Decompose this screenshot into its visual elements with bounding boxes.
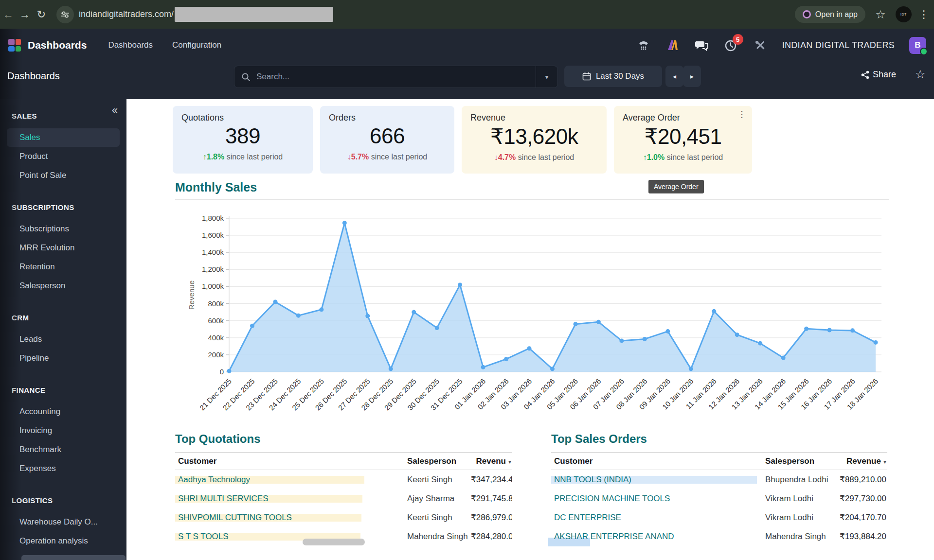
open-in-app-label: Open in app <box>815 10 858 19</box>
phone-icon[interactable] <box>636 38 651 52</box>
customer-link[interactable]: SHRI MULTI SERVICES <box>178 494 268 503</box>
svg-text:1,600k: 1,600k <box>202 231 224 239</box>
sidebar-item-subscriptions[interactable]: Subscriptions <box>19 224 69 234</box>
prev-period-button[interactable]: ◂ <box>665 66 683 87</box>
chat-icon[interactable] <box>695 38 709 52</box>
average-order-tooltip: Average Order <box>648 180 704 193</box>
trend-suffix: since last period <box>224 153 283 161</box>
menu-configuration[interactable]: Configuration <box>172 40 221 50</box>
kpi-value: 389 <box>181 124 304 148</box>
avatar-initial: B <box>915 40 920 50</box>
share-button[interactable]: Share <box>861 70 896 80</box>
table-header-row: CustomerSalespersonRevenu▾ <box>175 453 512 470</box>
address-bar-url[interactable]: indiandigitaltraders.com/ <box>79 9 174 19</box>
app-title[interactable]: Dashboards <box>28 39 87 51</box>
customer-cell: S T S TOOLS <box>175 532 404 542</box>
page-title: Dashboards <box>7 70 60 82</box>
table-row[interactable]: DC ENTERPRISEVikram Lodhi₹204,170.70 <box>551 508 887 527</box>
browser-reload-icon[interactable]: ↻ <box>33 8 50 21</box>
sidebar-collapse-icon[interactable]: « <box>112 104 118 117</box>
kpi-card-quotations[interactable]: Quotations389↑1.8% since last period <box>173 106 313 174</box>
customer-link[interactable]: PRECISION MACHINE TOOLS <box>554 494 670 503</box>
salesperson-cell: Mahendra Singh <box>762 532 834 542</box>
bookmark-star-icon[interactable]: ☆ <box>872 8 889 21</box>
column-header-customer[interactable]: Customer <box>551 456 762 466</box>
sidebar-item-salesperson[interactable]: Salesperson <box>19 281 66 291</box>
monthly-sales-chart[interactable]: 0200k400k600k800k1,000k1,200k1,400k1,600… <box>173 214 890 423</box>
column-header-revenue[interactable]: Revenue▾ <box>834 456 887 466</box>
kpi-card-menu-icon[interactable]: ⋮ <box>737 111 746 118</box>
search-input[interactable]: Search... ▾ <box>234 66 558 88</box>
kpi-trend: ↓4.7% since last period <box>470 153 598 162</box>
site-settings-button[interactable] <box>56 6 74 23</box>
customer-link[interactable]: Aadhya Technology <box>178 475 250 484</box>
sidebar-item-invoicing[interactable]: Invoicing <box>19 426 52 436</box>
browser-menu-icon[interactable]: ⋮ <box>918 8 928 21</box>
apps-grid-icon[interactable] <box>8 39 21 52</box>
kpi-card-revenue[interactable]: Revenue₹13,620k↓4.7% since last period <box>462 106 607 174</box>
sidebar-item-product[interactable]: Product <box>19 152 48 161</box>
favorite-star-icon[interactable]: ☆ <box>915 68 926 81</box>
customer-link[interactable]: AKSHAR ENTERPRISE ANAND <box>554 532 674 541</box>
sidebar-item-expenses[interactable]: Expenses <box>19 464 56 473</box>
browser-forward-icon[interactable]: → <box>17 8 33 21</box>
date-range-button[interactable]: Last 30 Days <box>564 66 662 87</box>
sidebar-item-accounting[interactable]: Accounting <box>19 407 60 417</box>
sidebar-item-point-of-sale[interactable]: Point of Sale <box>19 171 66 180</box>
sidebar-item-leads[interactable]: Leads <box>19 334 42 344</box>
browser-profile-avatar[interactable]: IDT <box>896 6 912 22</box>
menu-dashboards[interactable]: Dashboards <box>108 40 153 50</box>
kpi-card-orders[interactable]: Orders666↓5.7% since last period <box>320 106 454 174</box>
customer-link[interactable]: SHIVPOMIL CUTTING TOOLS <box>178 513 292 522</box>
kpi-card-average-order[interactable]: Average Order₹20,451↑1.0% since last per… <box>614 106 752 174</box>
sidebar-item-benchmark[interactable]: Benchmark <box>19 445 61 455</box>
kpi-label: Orders <box>329 113 446 123</box>
dashboard-sidebar: « SALESSalesProductPoint of SaleSUBSCRIP… <box>0 99 126 560</box>
trend-up-arrow: ↑1.0% <box>643 153 665 161</box>
control-bar: Dashboards Search... ▾ Last 30 Days ◂ ▸ <box>0 62 934 99</box>
table-row[interactable]: PRECISION MACHINE TOOLSVikram Lodhi₹297,… <box>551 489 887 508</box>
open-in-app-button[interactable]: Open in app <box>795 6 865 23</box>
sidebar-item-warehouse-daily-o-[interactable]: Warehouse Daily O... <box>19 517 98 527</box>
salesperson-cell: Vikram Lodhi <box>762 494 834 504</box>
sidebar-item-operation-analysis[interactable]: Operation analysis <box>19 536 88 546</box>
revenue-cell: ₹347,234.40 <box>468 474 512 485</box>
kpi-row: Quotations389↑1.8% since last periodOrde… <box>173 106 759 174</box>
table-row[interactable]: Aadhya TechnologyKeerti Singh₹347,234.40 <box>175 470 512 489</box>
company-name[interactable]: INDIAN DIGITAL TRADERS <box>782 40 895 51</box>
column-header-salesperson[interactable]: Salesperson <box>404 456 468 466</box>
trend-suffix: since last period <box>369 153 427 161</box>
table-row[interactable]: AKSHAR ENTERPRISE ANANDMahendra Singh₹19… <box>551 527 887 546</box>
next-period-button[interactable]: ▸ <box>683 66 701 87</box>
trend-suffix: since last period <box>665 153 723 161</box>
customer-link[interactable]: NNB TOOLS (INDIA) <box>554 475 631 484</box>
search-dropdown-toggle[interactable]: ▾ <box>536 66 557 88</box>
sidebar-item-pipeline[interactable]: Pipeline <box>19 353 49 363</box>
table-row[interactable]: NNB TOOLS (INDIA)Bhupendra Lodhi₹889,210… <box>551 470 887 489</box>
svg-text:1,400k: 1,400k <box>202 248 224 256</box>
tune-icon <box>61 10 70 19</box>
activity-clock-icon[interactable]: 5 <box>724 38 738 52</box>
user-avatar[interactable]: B <box>909 37 926 54</box>
trend-down-arrow: ↓4.7% <box>494 153 516 161</box>
table-scrollbar-thumb[interactable] <box>303 539 365 545</box>
table-row[interactable]: SHRI MULTI SERVICESAjay Sharma₹291,745.8… <box>175 489 512 508</box>
sidebar-item-mrr-evolution[interactable]: MRR Evolution <box>19 243 74 253</box>
sidebar-section-title: LOGISTICS <box>12 496 53 505</box>
search-placeholder: Search... <box>256 72 536 82</box>
customer-link[interactable]: S T S TOOLS <box>178 532 229 541</box>
table-row[interactable]: SHIVPOMIL CUTTING TOOLSKeerti Singh₹286,… <box>175 508 512 527</box>
sidebar-item-sales[interactable]: Sales <box>19 133 40 142</box>
customer-cell: NNB TOOLS (INDIA) <box>551 475 762 485</box>
kpi-label: Average Order <box>623 113 743 123</box>
column-header-revenue[interactable]: Revenu▾ <box>468 456 512 466</box>
sidebar-scrollbar[interactable] <box>21 555 126 560</box>
sidebar-item-retention[interactable]: Retention <box>19 262 55 272</box>
browser-back-icon[interactable]: ← <box>0 8 17 21</box>
column-header-salesperson[interactable]: Salesperson <box>762 456 834 466</box>
column-header-customer[interactable]: Customer <box>175 456 404 466</box>
ai-icon[interactable] <box>665 38 680 52</box>
customer-link[interactable]: DC ENTERPRISE <box>554 513 621 522</box>
tools-icon[interactable] <box>753 38 768 52</box>
kpi-trend: ↑1.0% since last period <box>623 153 743 162</box>
